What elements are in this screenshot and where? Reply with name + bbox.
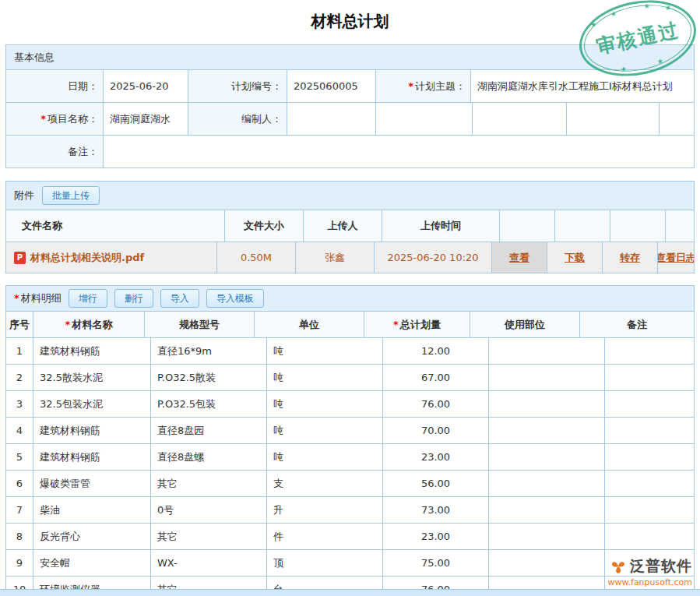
material-row-name: 32.5包装水泥 (33, 391, 151, 417)
required-mark: * (65, 319, 71, 330)
view-link[interactable]: 查看 (509, 251, 529, 265)
attachment-upload-time: 2025-06-20 10:20 (375, 242, 492, 273)
required-mark: * (40, 113, 46, 125)
material-row-location (489, 524, 605, 549)
material-row-location (489, 338, 605, 364)
material-row-qty: 23.00 (383, 524, 489, 549)
pdf-file-icon (14, 252, 26, 264)
page-title: 材料总计划 (0, 0, 700, 44)
location-header: 使用部位 (470, 312, 580, 337)
add-row-button[interactable]: 增行 (69, 289, 107, 308)
attachment-uploader: 张鑫 (296, 242, 375, 273)
brand-logo-top: 泛普软件 (608, 556, 692, 577)
material-row-unit: 支 (267, 471, 383, 496)
material-row-location (489, 365, 605, 390)
basic-info-section-title: 基本信息 (6, 45, 694, 70)
empty-header-cell (610, 210, 666, 242)
project-name-label: * 项目名称： (6, 103, 104, 135)
plan-no-value: 2025060005 (287, 70, 376, 102)
material-row-location (489, 444, 605, 470)
material-row-name: 爆破类雷管 (33, 471, 151, 496)
attachment-file-size: 0.50M (217, 242, 296, 273)
material-row-unit: 件 (267, 524, 383, 549)
material-row-qty: 73.00 (383, 497, 489, 523)
uploader-header: 上传人 (304, 210, 382, 242)
view-log-link[interactable]: 查看日志 (658, 251, 694, 265)
compiler-label: 编制人： (188, 103, 287, 135)
empty-header-cell (500, 210, 555, 242)
material-row-spec: 直径8盘螺 (151, 444, 267, 470)
material-table-row: 1 建筑材料钢筋 直径16*9m 吨 12.00 (6, 337, 694, 364)
file-name-header: 文件名称 (6, 210, 225, 242)
download-link[interactable]: 下载 (565, 251, 585, 265)
attachments-section: 附件 批量上传 文件名称 文件大小 上传人 上传时间 材料总计划相关说明.pdf… (5, 181, 695, 273)
delete-row-button[interactable]: 删行 (114, 289, 153, 308)
material-row-name: 柴油 (33, 497, 151, 523)
batch-upload-button[interactable]: 批量上传 (42, 186, 100, 205)
material-row-location (489, 418, 605, 443)
material-row-spec: 0号 (151, 497, 267, 523)
import-button[interactable]: 导入 (160, 289, 199, 308)
material-row-unit: 顶 (267, 550, 383, 576)
material-row-remark (605, 497, 694, 523)
fanpu-pinwheel-icon (610, 559, 626, 574)
project-name-label-text: 项目名称： (47, 112, 98, 126)
material-row-location (489, 391, 605, 417)
material-table-row: 3 32.5包装水泥 P.O32.5包装 吨 76.00 (6, 390, 694, 417)
compiler-value (287, 103, 376, 135)
brand-logo: 泛普软件 www.fanpusoft.com (608, 556, 692, 587)
material-row-spec: 其它 (151, 524, 267, 549)
attachments-header-row: 文件名称 文件大小 上传人 上传时间 (6, 210, 694, 242)
empty-cell (660, 103, 694, 135)
material-table-row: 9 安全帽 WX- 顶 75.00 (6, 549, 694, 576)
import-template-button[interactable]: 导入模板 (206, 289, 264, 308)
material-row-spec: 直径16*9m (151, 338, 267, 364)
brand-name: 泛普软件 (630, 556, 692, 577)
material-row-name: 建筑材料钢筋 (33, 338, 151, 364)
material-row-no: 5 (6, 444, 33, 470)
plan-no-label: 计划编号： (188, 70, 287, 102)
material-header-row: 序号 * 材料名称 规格型号 单位 * 总计划量 使用部位 备注 (6, 312, 694, 337)
basic-info-title-label: 基本信息 (14, 51, 55, 65)
basic-info-row-2: * 项目名称： 湖南洞庭湖水 编制人： (6, 102, 694, 135)
material-detail-title: *材料明细 (14, 291, 62, 305)
required-mark: * (408, 80, 413, 92)
material-row-no: 7 (6, 497, 33, 523)
brand-url: www.fanpusoft.com (608, 577, 692, 587)
attachment-file-link[interactable]: 材料总计划相关说明.pdf (30, 251, 144, 265)
material-row-no: 3 (6, 391, 33, 417)
material-row-qty: 12.00 (383, 338, 489, 364)
empty-header-cell (666, 210, 694, 242)
unit-header: 单位 (255, 312, 364, 337)
transfer-link[interactable]: 转存 (620, 251, 640, 265)
date-label: 日期： (6, 70, 104, 102)
required-mark: * (393, 319, 399, 330)
material-row-no: 6 (6, 471, 33, 496)
basic-info-row-3: 备注： (6, 135, 694, 168)
material-row-unit: 吨 (267, 365, 383, 390)
empty-header-cell (555, 210, 610, 242)
material-row-remark (605, 471, 694, 496)
material-row-name: 建筑材料钢筋 (33, 444, 151, 470)
bottom-bar (0, 589, 700, 596)
total-qty-header: * 总计划量 (364, 312, 470, 337)
plan-subject-value: 湖南洞庭湖水库引水工程施工I标材料总计划 (471, 70, 694, 102)
remark-label: 备注： (6, 136, 104, 168)
basic-info-section: 基本信息 日期： 2025-06-20 计划编号： 2025060005 * 计… (5, 44, 695, 168)
material-row-location (489, 550, 605, 576)
total-qty-header-text: 总计划量 (400, 318, 441, 332)
material-row-name: 安全帽 (33, 550, 151, 576)
material-row-qty: 75.00 (383, 550, 489, 576)
material-row-no: 4 (6, 418, 33, 443)
attachment-log-cell: 查看日志 (658, 242, 694, 273)
material-row-unit: 吨 (267, 444, 383, 470)
material-row-unit: 吨 (267, 418, 383, 443)
material-detail-section: *材料明细 增行 删行 导入 导入模板 序号 * 材料名称 规格型号 单位 * … (5, 285, 695, 596)
spec-header: 规格型号 (145, 312, 255, 337)
attachment-row: 材料总计划相关说明.pdf 0.50M 张鑫 2025-06-20 10:20 … (6, 242, 694, 273)
material-row-spec: 直径8盘园 (151, 418, 267, 443)
seq-no-header: 序号 (6, 312, 33, 337)
empty-cell (567, 103, 660, 135)
material-table-row: 4 建筑材料钢筋 直径8盘园 吨 70.00 (6, 417, 694, 443)
attachment-transfer-cell: 转存 (603, 242, 658, 273)
